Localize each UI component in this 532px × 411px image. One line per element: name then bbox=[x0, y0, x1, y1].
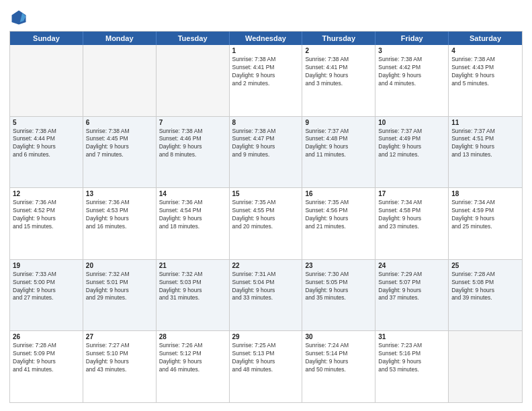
day-cell-5: 5Sunrise: 7:38 AM Sunset: 4:44 PM Daylig… bbox=[10, 117, 83, 188]
day-number: 7 bbox=[159, 119, 226, 126]
day-info: Sunrise: 7:38 AM Sunset: 4:45 PM Dayligh… bbox=[86, 128, 153, 160]
day-info: Sunrise: 7:31 AM Sunset: 5:04 PM Dayligh… bbox=[232, 271, 300, 303]
day-info: Sunrise: 7:37 AM Sunset: 4:48 PM Dayligh… bbox=[305, 128, 372, 160]
day-cell-10: 10Sunrise: 7:37 AM Sunset: 4:49 PM Dayli… bbox=[375, 117, 449, 188]
day-cell-21: 21Sunrise: 7:32 AM Sunset: 5:03 PM Dayli… bbox=[157, 260, 230, 331]
day-cell-27: 27Sunrise: 7:27 AM Sunset: 5:10 PM Dayli… bbox=[83, 331, 157, 402]
day-number: 14 bbox=[159, 190, 226, 197]
day-cell-9: 9Sunrise: 7:37 AM Sunset: 4:48 PM Daylig… bbox=[302, 117, 375, 188]
day-number: 10 bbox=[378, 119, 445, 126]
day-number: 29 bbox=[232, 333, 300, 340]
day-number: 30 bbox=[305, 333, 372, 340]
day-cell-3: 3Sunrise: 7:38 AM Sunset: 4:42 PM Daylig… bbox=[375, 45, 449, 116]
day-cell-8: 8Sunrise: 7:38 AM Sunset: 4:47 PM Daylig… bbox=[230, 117, 303, 188]
day-cell-24: 24Sunrise: 7:29 AM Sunset: 5:07 PM Dayli… bbox=[375, 260, 449, 331]
day-number: 6 bbox=[86, 119, 153, 126]
day-info: Sunrise: 7:27 AM Sunset: 5:10 PM Dayligh… bbox=[86, 342, 153, 374]
day-number: 3 bbox=[378, 47, 445, 54]
day-cell-23: 23Sunrise: 7:30 AM Sunset: 5:05 PM Dayli… bbox=[302, 260, 375, 331]
day-number: 27 bbox=[86, 333, 153, 340]
header-day-wednesday: Wednesday bbox=[230, 32, 303, 45]
day-cell-17: 17Sunrise: 7:34 AM Sunset: 4:58 PM Dayli… bbox=[375, 188, 449, 259]
day-number: 26 bbox=[13, 333, 80, 340]
day-cell-19: 19Sunrise: 7:33 AM Sunset: 5:00 PM Dayli… bbox=[10, 260, 83, 331]
header bbox=[9, 8, 523, 27]
day-info: Sunrise: 7:35 AM Sunset: 4:56 PM Dayligh… bbox=[305, 199, 372, 231]
day-cell-11: 11Sunrise: 7:37 AM Sunset: 4:51 PM Dayli… bbox=[449, 117, 522, 188]
day-info: Sunrise: 7:38 AM Sunset: 4:41 PM Dayligh… bbox=[305, 56, 372, 88]
calendar-header: SundayMondayTuesdayWednesdayThursdayFrid… bbox=[10, 32, 522, 45]
day-number: 13 bbox=[86, 190, 153, 197]
day-cell-29: 29Sunrise: 7:25 AM Sunset: 5:13 PM Dayli… bbox=[230, 331, 303, 402]
page: SundayMondayTuesdayWednesdayThursdayFrid… bbox=[0, 0, 532, 411]
day-number: 18 bbox=[451, 190, 519, 197]
calendar: SundayMondayTuesdayWednesdayThursdayFrid… bbox=[9, 31, 523, 403]
day-cell-26: 26Sunrise: 7:28 AM Sunset: 5:09 PM Dayli… bbox=[10, 331, 83, 402]
calendar-row-1: 5Sunrise: 7:38 AM Sunset: 4:44 PM Daylig… bbox=[10, 116, 522, 188]
day-info: Sunrise: 7:28 AM Sunset: 5:08 PM Dayligh… bbox=[451, 271, 519, 303]
day-cell-4: 4Sunrise: 7:38 AM Sunset: 4:43 PM Daylig… bbox=[449, 45, 522, 116]
day-info: Sunrise: 7:25 AM Sunset: 5:13 PM Dayligh… bbox=[232, 342, 300, 374]
day-number: 5 bbox=[13, 119, 80, 126]
day-info: Sunrise: 7:32 AM Sunset: 5:01 PM Dayligh… bbox=[86, 271, 153, 303]
day-info: Sunrise: 7:38 AM Sunset: 4:47 PM Dayligh… bbox=[232, 128, 300, 160]
day-number: 1 bbox=[232, 47, 300, 54]
calendar-row-3: 19Sunrise: 7:33 AM Sunset: 5:00 PM Dayli… bbox=[10, 259, 522, 331]
day-info: Sunrise: 7:35 AM Sunset: 4:55 PM Dayligh… bbox=[232, 199, 300, 231]
day-cell-13: 13Sunrise: 7:36 AM Sunset: 4:53 PM Dayli… bbox=[83, 188, 157, 259]
day-cell-12: 12Sunrise: 7:36 AM Sunset: 4:52 PM Dayli… bbox=[10, 188, 83, 259]
day-number: 12 bbox=[13, 190, 80, 197]
day-number: 9 bbox=[305, 119, 372, 126]
day-info: Sunrise: 7:34 AM Sunset: 4:59 PM Dayligh… bbox=[451, 199, 519, 231]
day-number: 20 bbox=[86, 262, 153, 269]
day-info: Sunrise: 7:38 AM Sunset: 4:44 PM Dayligh… bbox=[13, 128, 80, 160]
header-day-saturday: Saturday bbox=[449, 32, 522, 45]
day-number: 17 bbox=[378, 190, 445, 197]
header-day-thursday: Thursday bbox=[302, 32, 375, 45]
empty-cell-0-1 bbox=[83, 45, 157, 116]
day-info: Sunrise: 7:37 AM Sunset: 4:49 PM Dayligh… bbox=[378, 128, 445, 160]
day-number: 31 bbox=[378, 333, 445, 340]
empty-cell-0-0 bbox=[10, 45, 83, 116]
day-number: 19 bbox=[13, 262, 80, 269]
day-info: Sunrise: 7:38 AM Sunset: 4:41 PM Dayligh… bbox=[232, 56, 300, 88]
calendar-row-0: 1Sunrise: 7:38 AM Sunset: 4:41 PM Daylig… bbox=[10, 45, 522, 116]
day-number: 25 bbox=[451, 262, 519, 269]
day-info: Sunrise: 7:36 AM Sunset: 4:54 PM Dayligh… bbox=[159, 199, 226, 231]
day-cell-16: 16Sunrise: 7:35 AM Sunset: 4:56 PM Dayli… bbox=[302, 188, 375, 259]
day-info: Sunrise: 7:37 AM Sunset: 4:51 PM Dayligh… bbox=[451, 128, 519, 160]
empty-cell-0-2 bbox=[157, 45, 230, 116]
day-cell-28: 28Sunrise: 7:26 AM Sunset: 5:12 PM Dayli… bbox=[157, 331, 230, 402]
logo-icon bbox=[9, 8, 28, 27]
day-number: 21 bbox=[159, 262, 226, 269]
day-info: Sunrise: 7:38 AM Sunset: 4:43 PM Dayligh… bbox=[451, 56, 519, 88]
header-day-sunday: Sunday bbox=[10, 32, 83, 45]
day-number: 16 bbox=[305, 190, 372, 197]
day-cell-14: 14Sunrise: 7:36 AM Sunset: 4:54 PM Dayli… bbox=[157, 188, 230, 259]
header-day-monday: Monday bbox=[83, 32, 157, 45]
calendar-body: 1Sunrise: 7:38 AM Sunset: 4:41 PM Daylig… bbox=[10, 45, 522, 402]
day-info: Sunrise: 7:36 AM Sunset: 4:52 PM Dayligh… bbox=[13, 199, 80, 231]
empty-cell-4-6 bbox=[449, 331, 522, 402]
day-info: Sunrise: 7:26 AM Sunset: 5:12 PM Dayligh… bbox=[159, 342, 226, 374]
day-info: Sunrise: 7:23 AM Sunset: 5:16 PM Dayligh… bbox=[378, 342, 445, 374]
logo bbox=[9, 8, 31, 27]
day-info: Sunrise: 7:33 AM Sunset: 5:00 PM Dayligh… bbox=[13, 271, 80, 303]
day-cell-18: 18Sunrise: 7:34 AM Sunset: 4:59 PM Dayli… bbox=[449, 188, 522, 259]
day-number: 28 bbox=[159, 333, 226, 340]
day-info: Sunrise: 7:29 AM Sunset: 5:07 PM Dayligh… bbox=[378, 271, 445, 303]
day-cell-6: 6Sunrise: 7:38 AM Sunset: 4:45 PM Daylig… bbox=[83, 117, 157, 188]
day-cell-25: 25Sunrise: 7:28 AM Sunset: 5:08 PM Dayli… bbox=[449, 260, 522, 331]
day-info: Sunrise: 7:34 AM Sunset: 4:58 PM Dayligh… bbox=[378, 199, 445, 231]
day-info: Sunrise: 7:38 AM Sunset: 4:46 PM Dayligh… bbox=[159, 128, 226, 160]
day-cell-31: 31Sunrise: 7:23 AM Sunset: 5:16 PM Dayli… bbox=[375, 331, 449, 402]
day-cell-30: 30Sunrise: 7:24 AM Sunset: 5:14 PM Dayli… bbox=[302, 331, 375, 402]
calendar-row-4: 26Sunrise: 7:28 AM Sunset: 5:09 PM Dayli… bbox=[10, 330, 522, 402]
day-number: 24 bbox=[378, 262, 445, 269]
day-number: 2 bbox=[305, 47, 372, 54]
day-cell-1: 1Sunrise: 7:38 AM Sunset: 4:41 PM Daylig… bbox=[230, 45, 303, 116]
day-number: 22 bbox=[232, 262, 300, 269]
day-info: Sunrise: 7:24 AM Sunset: 5:14 PM Dayligh… bbox=[305, 342, 372, 374]
day-cell-7: 7Sunrise: 7:38 AM Sunset: 4:46 PM Daylig… bbox=[157, 117, 230, 188]
calendar-row-2: 12Sunrise: 7:36 AM Sunset: 4:52 PM Dayli… bbox=[10, 187, 522, 259]
